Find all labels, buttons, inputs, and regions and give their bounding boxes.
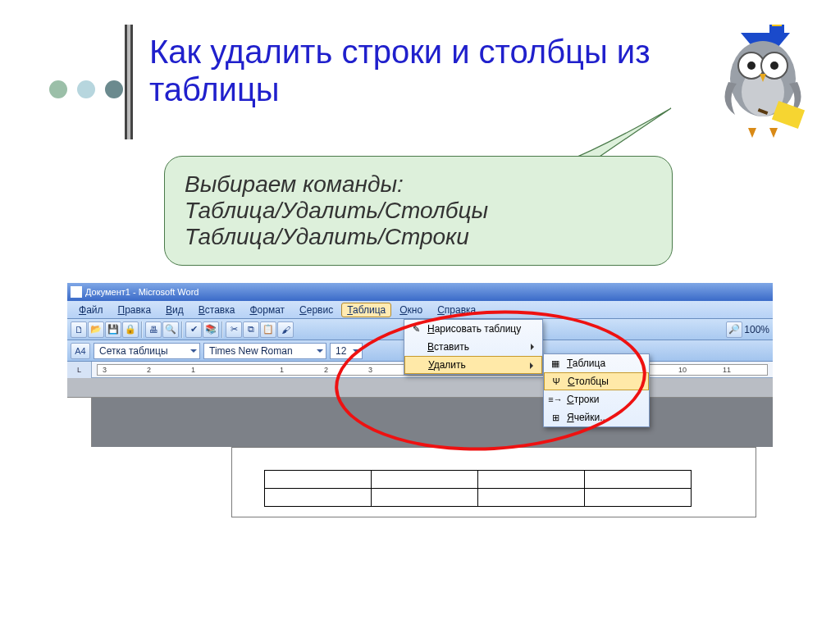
ruler-tick: 1 xyxy=(191,366,195,374)
font-combo[interactable]: Times New Roman xyxy=(203,343,326,359)
slide-bullets xyxy=(49,80,123,98)
vertical-rule xyxy=(125,25,133,139)
zoom-control[interactable]: 🔎 100% xyxy=(726,321,769,338)
bullet-dot xyxy=(77,80,95,98)
callout-line: Таблица/Удалить/Столбцы xyxy=(185,198,652,224)
ruler-tick: 2 xyxy=(324,366,328,374)
callout-line: Таблица/Удалить/Строки xyxy=(185,224,652,250)
menu-окно[interactable]: Окно xyxy=(393,303,429,317)
cut-icon[interactable]: ✂ xyxy=(226,321,242,338)
save-icon[interactable]: 💾 xyxy=(105,321,121,338)
menu-файл[interactable]: Файл xyxy=(72,303,110,317)
vertical-ruler xyxy=(67,398,92,447)
bullet-dot xyxy=(105,80,123,98)
svg-point-7 xyxy=(747,62,756,70)
spell-icon[interactable]: ✔ xyxy=(185,321,202,338)
zoom-value: 100% xyxy=(744,324,769,335)
window-title: Документ1 - Microsoft Word xyxy=(85,287,199,297)
menu-правка[interactable]: Правка xyxy=(112,303,158,317)
research-icon[interactable]: 📚 xyxy=(203,321,219,338)
menu-сервис[interactable]: Сервис xyxy=(293,303,340,317)
style-aa-icon[interactable]: A4 xyxy=(71,343,90,359)
menubar: ФайлПравкаВидВставкаФорматСервисТаблицаО… xyxy=(67,301,773,319)
svg-point-8 xyxy=(770,62,778,70)
open-icon[interactable]: 📂 xyxy=(88,321,104,338)
svg-rect-2 xyxy=(772,25,782,26)
svg-marker-13 xyxy=(769,128,778,138)
print-icon[interactable]: 🖶 xyxy=(145,321,162,338)
instruction-callout: Выбираем команды: Таблица/Удалить/Столбц… xyxy=(164,156,673,266)
callout-line: Выбираем команды: xyxy=(185,171,652,198)
ruler-tick: 1 xyxy=(280,366,284,374)
document-table xyxy=(264,470,692,507)
ruler-corner: L xyxy=(67,362,92,378)
copy-icon[interactable]: ⧉ xyxy=(243,321,259,338)
ruler-tick: 2 xyxy=(147,366,151,374)
paste-icon[interactable]: 📋 xyxy=(260,321,276,338)
perm-icon[interactable]: 🔒 xyxy=(122,321,139,338)
zoom-icon: 🔎 xyxy=(726,321,742,338)
menu-таблица[interactable]: Таблица xyxy=(341,303,391,317)
word-app-icon xyxy=(71,286,82,298)
ruler-tick: 11 xyxy=(723,366,731,374)
word-screenshot: Документ1 - Microsoft Word ФайлПравкаВид… xyxy=(67,283,773,521)
format-painter-icon[interactable]: 🖌 xyxy=(277,321,294,338)
ruler-tick: 10 xyxy=(678,366,687,374)
owl-mascot xyxy=(712,25,810,139)
preview-icon[interactable]: 🔍 xyxy=(162,321,179,338)
menu-вставка[interactable]: Вставка xyxy=(192,303,242,317)
bullet-dot xyxy=(49,80,67,98)
new-doc-icon[interactable]: 🗋 xyxy=(71,321,87,338)
menu-формат[interactable]: Формат xyxy=(243,303,291,317)
ruler-tick: 3 xyxy=(103,366,107,374)
menu-вид[interactable]: Вид xyxy=(159,303,190,317)
svg-marker-12 xyxy=(748,128,756,138)
style-combo[interactable]: Сетка таблицы xyxy=(94,343,200,359)
slide-title: Как удалить строки и столбцы из таблицы xyxy=(149,33,658,108)
svg-rect-1 xyxy=(769,25,784,36)
word-titlebar: Документ1 - Microsoft Word xyxy=(67,283,773,301)
